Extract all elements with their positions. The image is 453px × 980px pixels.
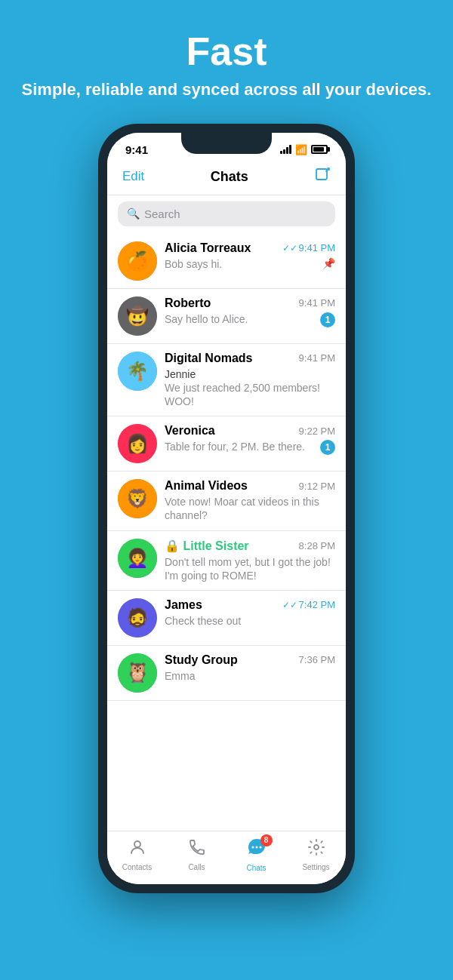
- edit-button[interactable]: Edit: [122, 169, 144, 184]
- chat-preview-roberto: Say hello to Alice.: [165, 312, 320, 326]
- tab-contacts[interactable]: Contacts: [107, 838, 167, 871]
- chat-content-study: Study Group 7:36 PM Emma: [165, 653, 335, 683]
- tab-calls[interactable]: Calls: [167, 838, 226, 871]
- avatar-alicia: 🍊: [118, 241, 157, 281]
- chat-header-alicia: Alicia Torreaux ✓✓9:41 PM: [165, 241, 335, 255]
- compose-button[interactable]: [314, 167, 331, 187]
- chat-content-roberto: Roberto 9:41 PM Say hello to Alice. 1: [165, 296, 335, 327]
- calls-label: Calls: [188, 863, 205, 871]
- phone-screen: 9:41 📶 Edit Chats: [107, 133, 346, 884]
- chat-header-sister: 🔒 Little Sister 8:28 PM: [165, 539, 335, 553]
- avatar-digital: 🌴: [118, 352, 157, 391]
- chat-preview-row-veronica: Table for four, 2 PM. Be there. 1: [165, 440, 335, 455]
- nav-title: Chats: [211, 169, 248, 185]
- tab-chats[interactable]: 8 Chats: [226, 837, 286, 872]
- search-bar[interactable]: 🔍 Search: [118, 201, 335, 226]
- chat-preview-digital: We just reached 2,500 members! WOO!: [165, 381, 335, 408]
- chat-preview-animal: Vote now! Moar cat videos in this channe…: [165, 495, 335, 522]
- chat-preview-row-sister: Don't tell mom yet, but I got the job! I…: [165, 555, 335, 582]
- chat-item-alicia[interactable]: 🍊 Alicia Torreaux ✓✓9:41 PM Bob says hi.…: [107, 234, 346, 289]
- search-icon: 🔍: [127, 207, 140, 220]
- chat-time-james: ✓✓7:42 PM: [282, 599, 335, 610]
- tab-bar: Contacts Calls 8: [107, 831, 346, 884]
- chat-content-alicia: Alicia Torreaux ✓✓9:41 PM Bob says hi. 📌: [165, 241, 335, 271]
- hero-section: Fast Simple, reliable and synced across …: [7, 0, 447, 116]
- chat-header-james: James ✓✓7:42 PM: [165, 598, 335, 612]
- search-container: 🔍 Search: [107, 195, 346, 234]
- chats-icon: 8: [247, 837, 267, 862]
- chat-preview-row-james: Check these out: [165, 614, 335, 628]
- chat-name-sister: 🔒 Little Sister: [165, 539, 249, 553]
- svg-point-23: [314, 845, 319, 849]
- avatar-veronica: 👩: [118, 424, 157, 463]
- tab-settings[interactable]: Settings: [286, 838, 346, 871]
- nav-bar: Edit Chats: [107, 161, 346, 195]
- chat-item-veronica[interactable]: 👩 Veronica 9:22 PM Table for four, 2 PM.…: [107, 416, 346, 472]
- avatar-sister: 👩‍🦱: [118, 539, 157, 578]
- chat-time-animal: 9:12 PM: [299, 481, 335, 492]
- hero-title: Fast: [22, 30, 432, 73]
- chat-preview-row-study: Emma: [165, 669, 335, 683]
- chat-preview-veronica: Table for four, 2 PM. Be there.: [165, 440, 320, 453]
- chats-badge: 8: [260, 834, 273, 846]
- chat-content-veronica: Veronica 9:22 PM Table for four, 2 PM. B…: [165, 424, 335, 455]
- chat-name-study: Study Group: [165, 653, 238, 667]
- chat-time-alicia: ✓✓9:41 PM: [282, 242, 335, 253]
- contacts-label: Contacts: [122, 863, 152, 871]
- chat-name-animal: Animal Videos: [165, 479, 248, 493]
- svg-point-19: [134, 841, 140, 847]
- status-bar: 9:41 📶: [107, 133, 346, 161]
- chat-header-study: Study Group 7:36 PM: [165, 653, 335, 667]
- notch: [181, 133, 272, 154]
- chat-preview-row-roberto: Say hello to Alice. 1: [165, 312, 335, 327]
- badge-roberto: 1: [320, 312, 335, 327]
- pin-icon-alicia: 📌: [322, 257, 335, 269]
- chat-item-animal[interactable]: 🦁 Animal Videos 9:12 PM Vote now! Moar c…: [107, 472, 346, 530]
- chat-content-digital: Digital Nomads 9:41 PM Jennie We just re…: [165, 352, 335, 408]
- chat-name-alicia: Alicia Torreaux: [165, 241, 251, 255]
- avatar-study: 🦉: [118, 653, 157, 693]
- avatar-animal: 🦁: [118, 479, 157, 518]
- chat-name-digital: Digital Nomads: [165, 352, 252, 365]
- badge-veronica: 1: [320, 440, 335, 455]
- chat-content-james: James ✓✓7:42 PM Check these out: [165, 598, 335, 628]
- phone-shell: 9:41 📶 Edit Chats: [98, 124, 355, 893]
- avatar-roberto: 🤠: [118, 296, 157, 336]
- contacts-icon: [128, 838, 146, 861]
- chat-item-study[interactable]: 🦉 Study Group 7:36 PM Emma: [107, 646, 346, 701]
- svg-point-20: [251, 846, 254, 848]
- lock-icon: 🔒: [165, 539, 180, 552]
- chat-sender-digital: Jennie: [165, 368, 196, 380]
- status-time: 9:41: [125, 143, 148, 156]
- signal-icon: [280, 145, 291, 154]
- chat-item-digital[interactable]: 🌴 Digital Nomads 9:41 PM Jennie We just …: [107, 344, 346, 416]
- chat-header-veronica: Veronica 9:22 PM: [165, 424, 335, 438]
- chat-preview-study: Emma: [165, 669, 335, 683]
- chat-name-roberto: Roberto: [165, 296, 211, 310]
- wifi-icon: 📶: [295, 144, 307, 155]
- chat-time-roberto: 9:41 PM: [299, 297, 335, 309]
- chat-header-roberto: Roberto 9:41 PM: [165, 296, 335, 310]
- hero-subtitle: Simple, reliable and synced across all y…: [22, 79, 432, 101]
- chat-meta-roberto: 1: [320, 312, 335, 327]
- svg-text:🦉: 🦉: [125, 660, 150, 684]
- chat-name-veronica: Veronica: [165, 424, 215, 438]
- chat-preview-row-digital: We just reached 2,500 members! WOO!: [165, 381, 335, 408]
- chat-item-james[interactable]: 🧔 James ✓✓7:42 PM Check these out: [107, 591, 346, 646]
- chat-time-digital: 9:41 PM: [299, 352, 335, 364]
- settings-icon: [307, 838, 325, 861]
- svg-point-21: [255, 846, 257, 848]
- svg-text:🌴: 🌴: [126, 360, 149, 382]
- chat-name-james: James: [165, 598, 202, 612]
- search-placeholder: Search: [144, 207, 180, 220]
- chat-header-animal: Animal Videos 9:12 PM: [165, 479, 335, 493]
- battery-icon: [311, 145, 328, 154]
- chat-item-sister[interactable]: 👩‍🦱 🔒 Little Sister 8:28 PM Don't tell m…: [107, 531, 346, 591]
- status-icons: 📶: [280, 144, 328, 155]
- svg-rect-0: [316, 169, 327, 180]
- chat-content-sister: 🔒 Little Sister 8:28 PM Don't tell mom y…: [165, 539, 335, 582]
- chat-item-roberto[interactable]: 🤠 Roberto 9:41 PM Say hello to Alice. 1: [107, 289, 346, 344]
- svg-text:🍊: 🍊: [126, 250, 149, 272]
- chat-preview-james: Check these out: [165, 614, 335, 628]
- svg-point-22: [259, 846, 261, 848]
